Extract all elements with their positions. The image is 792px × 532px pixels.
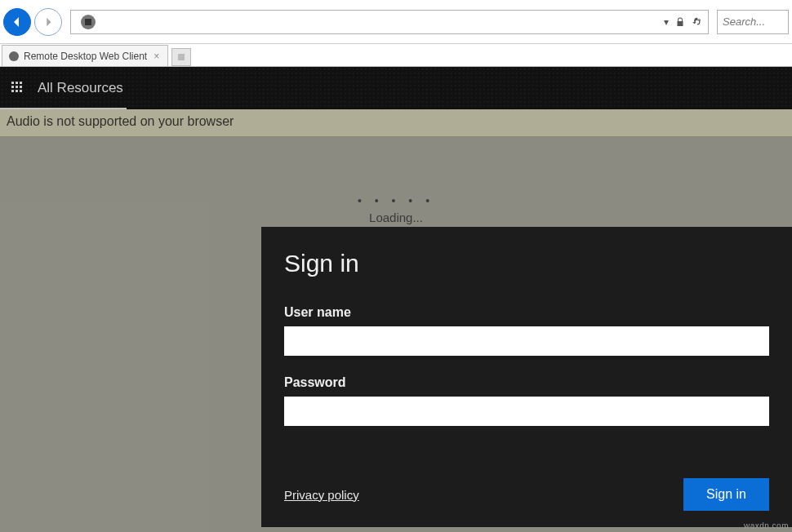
browser-tabs: Remote Desktop Web Client × xyxy=(0,44,792,67)
signin-dialog: Sign in User name Password Privacy polic… xyxy=(261,227,792,527)
username-label: User name xyxy=(284,305,769,320)
browser-tab-rdweb[interactable]: Remote Desktop Web Client × xyxy=(2,45,168,66)
signin-button[interactable]: Sign in xyxy=(683,478,769,511)
search-box[interactable]: Search... xyxy=(717,10,789,34)
app-toolbar: All Resources xyxy=(0,67,792,109)
signin-title: Sign in xyxy=(284,250,769,277)
loading-indicator: • • • • • Loading... xyxy=(358,194,434,224)
privacy-policy-link[interactable]: Privacy policy xyxy=(284,488,359,502)
address-bar-right: ▾ xyxy=(664,16,703,28)
arrow-right-icon xyxy=(42,16,54,28)
new-tab-button[interactable] xyxy=(171,48,191,66)
tab-title: Remote Desktop Web Client xyxy=(24,51,147,62)
dialog-footer: Privacy policy Sign in xyxy=(284,478,769,511)
forward-button[interactable] xyxy=(34,8,62,36)
password-label: Password xyxy=(284,375,769,390)
audio-warning-bar: Audio is not supported on your browser xyxy=(0,109,792,137)
browser-nav-bar: ▾ Search... xyxy=(0,0,792,44)
apps-grid-icon[interactable] xyxy=(11,82,24,95)
content-area: • • • • • Loading... Sign in User name P… xyxy=(0,137,792,532)
watermark-text: waxdn.com xyxy=(744,521,789,530)
username-input[interactable] xyxy=(284,326,769,356)
address-bar[interactable]: ▾ xyxy=(70,10,709,34)
loading-text: Loading... xyxy=(358,211,434,224)
password-input[interactable] xyxy=(284,397,769,426)
refresh-icon[interactable] xyxy=(692,16,703,28)
warning-text: Audio is not supported on your browser xyxy=(7,114,234,128)
back-button[interactable] xyxy=(3,8,31,36)
dropdown-caret-icon[interactable]: ▾ xyxy=(664,16,669,28)
loading-dots-icon: • • • • • xyxy=(358,194,434,207)
search-placeholder: Search... xyxy=(723,16,765,28)
stop-reload-icon[interactable] xyxy=(81,15,96,29)
tab-close-button[interactable]: × xyxy=(152,51,161,62)
lock-icon xyxy=(675,17,685,27)
all-resources-label[interactable]: All Resources xyxy=(38,80,123,96)
arrow-left-icon xyxy=(11,16,24,29)
tab-active-indicator xyxy=(0,108,127,109)
favicon-icon xyxy=(9,51,19,61)
